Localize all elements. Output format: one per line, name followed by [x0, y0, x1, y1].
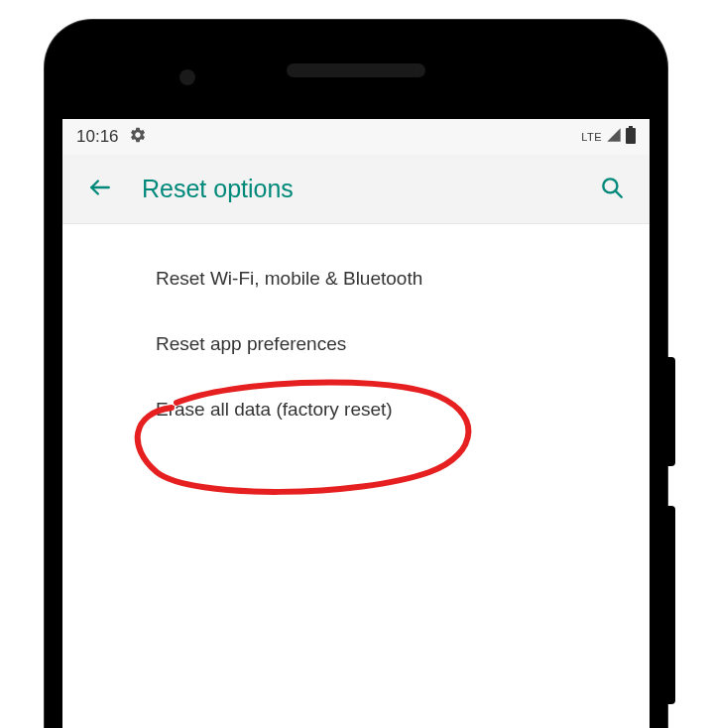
status-bar: 10:16 LTE	[62, 119, 650, 155]
settings-gear-icon	[129, 126, 147, 148]
phone-speaker	[287, 63, 425, 77]
svg-rect-0	[629, 126, 633, 128]
reset-wifi-mobile-bluetooth-item[interactable]: Reset Wi-Fi, mobile & Bluetooth	[62, 246, 650, 311]
list-item-label: Erase all data (factory reset)	[156, 399, 393, 420]
search-button[interactable]	[592, 170, 632, 209]
back-button[interactable]	[80, 170, 120, 209]
phone-notch	[287, 63, 425, 77]
list-item-label: Reset Wi-Fi, mobile & Bluetooth	[156, 268, 422, 289]
phone-side-button	[667, 506, 675, 704]
erase-all-data-item[interactable]: Erase all data (factory reset)	[62, 377, 650, 442]
list-item-label: Reset app preferences	[156, 333, 346, 354]
reset-app-preferences-item[interactable]: Reset app preferences	[62, 311, 650, 377]
content-area: Reset Wi-Fi, mobile & Bluetooth Reset ap…	[62, 224, 650, 728]
status-time: 10:16	[76, 127, 119, 147]
phone-camera	[179, 69, 195, 85]
svg-rect-1	[626, 128, 636, 144]
svg-line-4	[615, 190, 621, 196]
arrow-back-icon	[87, 175, 113, 204]
search-icon	[599, 175, 625, 204]
app-bar: Reset options	[62, 155, 650, 224]
phone-side-button	[667, 357, 675, 466]
page-title: Reset options	[142, 175, 294, 203]
phone-frame: 10:16 LTE	[45, 20, 667, 728]
screen: 10:16 LTE	[62, 119, 650, 728]
cellular-signal-icon	[606, 127, 622, 147]
network-lte-label: LTE	[581, 131, 602, 143]
battery-icon	[626, 126, 636, 148]
